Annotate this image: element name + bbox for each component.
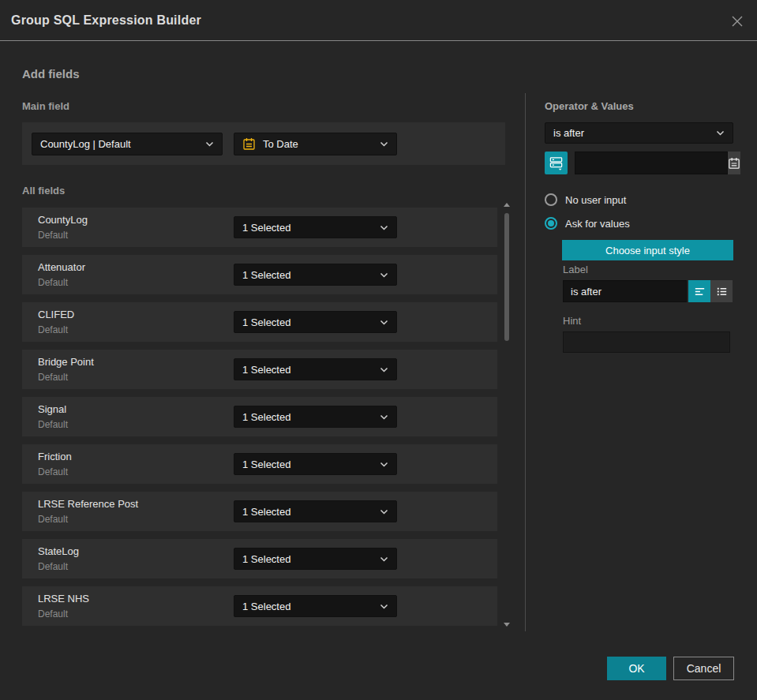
field-selection-dropdown[interactable]: 1 Selected xyxy=(234,406,397,428)
list-icon xyxy=(715,285,729,298)
radio-icon xyxy=(545,217,557,230)
radio-ask-for-values[interactable]: Ask for values xyxy=(545,217,630,230)
field-sub: Default xyxy=(38,419,68,430)
field-sub: Default xyxy=(38,277,68,288)
field-sub: Default xyxy=(38,324,68,335)
chevron-down-icon xyxy=(380,320,388,325)
field-row: Attenuator Default 1 Selected xyxy=(22,255,497,294)
field-sub: Default xyxy=(38,608,68,620)
chevron-down-icon xyxy=(380,414,388,420)
field-sub: Default xyxy=(38,561,68,572)
field-selection-dropdown[interactable]: 1 Selected xyxy=(234,453,397,475)
field-row: LRSE Reference Post Default 1 Selected xyxy=(22,492,497,531)
field-row: Friction Default 1 Selected xyxy=(22,444,497,484)
operator-values-heading: Operator & Values xyxy=(545,100,634,112)
chevron-down-icon xyxy=(380,225,388,230)
field-name: Signal xyxy=(38,403,66,415)
chevron-down-icon xyxy=(380,556,388,562)
scrollbar-up-arrow[interactable] xyxy=(504,203,510,207)
field-selection-value: 1 Selected xyxy=(242,222,290,234)
field-type-dropdown[interactable]: To Date xyxy=(234,133,397,155)
field-row: StateLog Default 1 Selected xyxy=(22,539,497,578)
calendar-picker-button[interactable] xyxy=(728,152,740,174)
field-selection-value: 1 Selected xyxy=(242,316,290,328)
add-fields-heading: Add fields xyxy=(22,67,80,80)
field-sub: Default xyxy=(38,230,68,241)
chevron-down-icon xyxy=(380,509,388,515)
hint-input[interactable] xyxy=(563,331,730,353)
field-selection-dropdown[interactable]: 1 Selected xyxy=(234,595,397,617)
field-selection-dropdown[interactable]: 1 Selected xyxy=(234,216,397,238)
all-fields-label: All fields xyxy=(22,185,65,197)
field-selection-dropdown[interactable]: 1 Selected xyxy=(234,358,397,380)
chevron-down-icon xyxy=(716,130,725,136)
value-input-group xyxy=(575,152,733,174)
hint-field-label: Hint xyxy=(563,315,581,327)
operator-dropdown[interactable]: is after xyxy=(545,122,733,144)
label-input[interactable] xyxy=(563,280,687,302)
main-field-dropdown-value: CountyLog | Default xyxy=(40,138,131,150)
field-row: LRSE NHS Default 1 Selected xyxy=(22,586,497,626)
stacked-rows-icon xyxy=(549,155,564,170)
dialog-title: Group SQL Expression Builder xyxy=(11,13,201,28)
field-selection-dropdown[interactable]: 1 Selected xyxy=(234,264,397,286)
chevron-down-icon xyxy=(380,272,388,278)
field-sub: Default xyxy=(38,372,68,383)
field-name: Attenuator xyxy=(38,261,85,273)
field-name: LRSE Reference Post xyxy=(38,498,138,510)
field-row: Bridge Point Default 1 Selected xyxy=(22,350,497,389)
field-name: Bridge Point xyxy=(38,356,94,368)
field-selection-dropdown[interactable]: 1 Selected xyxy=(234,311,397,333)
group-sql-expression-builder-dialog: Group SQL Expression Builder Add fields … xyxy=(0,0,757,700)
radio-icon xyxy=(545,193,557,206)
field-selection-value: 1 Selected xyxy=(242,269,290,281)
scrollbar-down-arrow[interactable] xyxy=(504,623,510,627)
field-name: CountyLog xyxy=(38,214,88,226)
field-sub: Default xyxy=(38,514,68,525)
field-row: CLIFED Default 1 Selected xyxy=(22,302,497,342)
operator-dropdown-value: is after xyxy=(553,127,584,139)
field-selection-dropdown[interactable]: 1 Selected xyxy=(234,548,397,570)
ok-button[interactable]: OK xyxy=(607,657,666,680)
align-left-icon xyxy=(693,285,706,298)
dialog-header: Group SQL Expression Builder xyxy=(0,0,757,41)
radio-no-user-input[interactable]: No user input xyxy=(545,193,626,206)
main-field-box: CountyLog | Default To Date xyxy=(22,122,505,165)
scrollbar-thumb[interactable] xyxy=(504,213,509,341)
field-name: StateLog xyxy=(38,545,79,557)
chevron-down-icon xyxy=(380,462,388,467)
chevron-down-icon xyxy=(380,141,388,147)
cancel-button[interactable]: Cancel xyxy=(673,657,734,680)
main-field-dropdown[interactable]: CountyLog | Default xyxy=(32,133,223,155)
all-fields-list: CountyLog Default 1 Selected Attenuator … xyxy=(22,208,497,626)
panel-divider xyxy=(525,93,526,631)
align-left-style-button[interactable] xyxy=(688,280,710,302)
radio-label: No user input xyxy=(565,194,626,206)
label-field-label: Label xyxy=(563,264,588,275)
chevron-down-icon xyxy=(205,141,214,147)
field-selection-value: 1 Selected xyxy=(242,411,290,423)
chevron-down-icon xyxy=(380,367,388,372)
field-row: Signal Default 1 Selected xyxy=(22,397,497,436)
field-selection-value: 1 Selected xyxy=(242,553,290,565)
date-value-input[interactable] xyxy=(575,152,728,174)
field-name: CLIFED xyxy=(38,309,74,320)
chevron-down-icon xyxy=(380,604,388,609)
close-icon[interactable] xyxy=(729,13,746,30)
field-selection-value: 1 Selected xyxy=(242,459,290,470)
field-selection-value: 1 Selected xyxy=(242,506,290,518)
field-selection-value: 1 Selected xyxy=(242,601,290,612)
main-field-label: Main field xyxy=(22,100,69,112)
field-type-dropdown-value: To Date xyxy=(263,138,298,150)
radio-label: Ask for values xyxy=(565,218,630,230)
field-selection-dropdown[interactable]: 1 Selected xyxy=(234,500,397,522)
field-name: LRSE NHS xyxy=(38,593,89,605)
field-name: Friction xyxy=(38,451,72,462)
field-row: CountyLog Default 1 Selected xyxy=(22,208,497,247)
input-type-selector-button[interactable] xyxy=(545,152,568,174)
field-sub: Default xyxy=(38,466,68,477)
calendar-icon xyxy=(242,137,256,151)
calendar-icon xyxy=(728,157,740,170)
choose-input-style-button[interactable]: Choose input style xyxy=(562,240,733,260)
list-style-button[interactable] xyxy=(710,280,733,302)
